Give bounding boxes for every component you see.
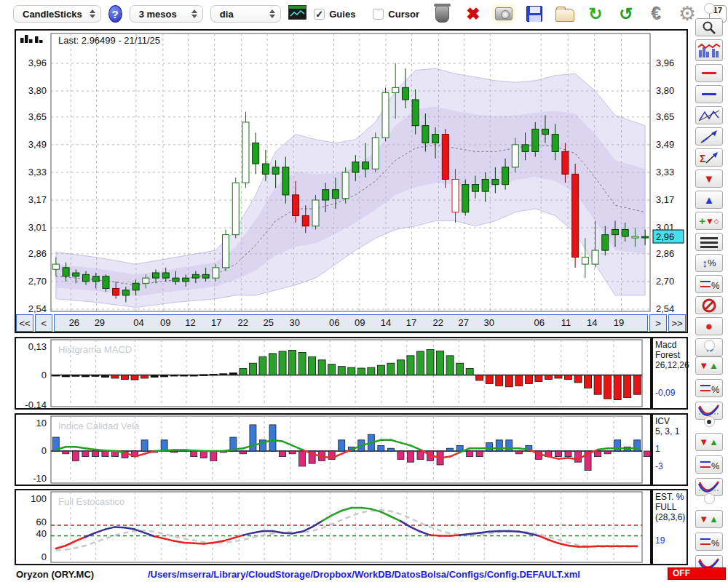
- svg-text:3,33: 3,33: [28, 167, 47, 178]
- off-toggle-button[interactable]: OFF: [668, 567, 726, 580]
- mini-chart-window-icon[interactable]: [288, 5, 306, 23]
- macd-lines-percent-button[interactable]: %: [695, 379, 723, 397]
- svg-text:%: %: [711, 461, 719, 471]
- euro-icon[interactable]: €: [646, 4, 667, 24]
- indicator-chart-icon: [697, 41, 721, 59]
- guies-checkbox[interactable]: ✓ Guies: [314, 9, 355, 20]
- lines-percent-icon: %: [699, 278, 719, 291]
- save-icon[interactable]: [524, 4, 545, 24]
- chart-type-select[interactable]: CandleSticks: [13, 5, 101, 23]
- lines-percent-icon: %: [699, 535, 719, 549]
- macd-side-labels: Macd Forest 26,12,26 -0,09: [652, 337, 688, 410]
- svg-text:3,01: 3,01: [28, 222, 47, 233]
- buy-sell-arrows-icon: ▼▲: [699, 436, 719, 447]
- chevron-updown-icon: [269, 9, 275, 18]
- icv-lines-percent-button[interactable]: %: [695, 455, 723, 474]
- stochastic-current-value: 19: [655, 535, 684, 546]
- blue-hline-button[interactable]: [695, 85, 723, 103]
- interval-value: dia: [220, 9, 234, 20]
- date-tick-label: 27: [458, 317, 468, 328]
- stochastic-arrows-button[interactable]: ▼▲: [695, 510, 723, 528]
- camera-icon[interactable]: [494, 4, 514, 24]
- candlestick-chart[interactable]: 3,963,963,803,803,653,653,493,493,333,33…: [16, 31, 687, 314]
- macd-arrows-button[interactable]: ▼▲: [695, 356, 723, 375]
- main-chart-radio[interactable]: [704, 3, 715, 14]
- macd-histogram-chart[interactable]: Histgrama MACD0,130-0,14: [16, 338, 650, 408]
- icv-value-1: 1: [655, 444, 684, 454]
- chevron-updown-icon: [191, 9, 197, 18]
- trash-icon[interactable]: [432, 4, 453, 24]
- svg-text:3,80: 3,80: [28, 85, 47, 96]
- interval-select[interactable]: dia: [210, 5, 281, 23]
- scroll-fast-fwd-button[interactable]: >>: [668, 314, 686, 332]
- levels-list-button[interactable]: [695, 233, 723, 251]
- period-select[interactable]: 3 mesos: [130, 5, 203, 23]
- svg-text:2,70: 2,70: [28, 276, 47, 287]
- zigzag-button[interactable]: [695, 106, 723, 124]
- date-tick-label: 04: [133, 317, 143, 328]
- macd-radio[interactable]: [704, 340, 715, 351]
- svg-text:Last: 2.96499 - 21/11/25: Last: 2.96499 - 21/11/25: [58, 35, 160, 46]
- svg-text:3,49: 3,49: [656, 139, 674, 150]
- scroll-strip[interactable]: 2629040912172225300609141722273006111419: [54, 314, 648, 332]
- record-button[interactable]: ●: [695, 317, 723, 335]
- date-tick-label: 06: [329, 317, 339, 328]
- svg-text:100: 100: [31, 493, 47, 504]
- svg-text:Σ: Σ: [700, 153, 705, 164]
- icv-radio[interactable]: [704, 416, 715, 427]
- range-percent-button[interactable]: ↕ %: [695, 254, 723, 272]
- svg-text:3,17: 3,17: [28, 194, 47, 205]
- icv-controls: ▼▲ %: [692, 415, 727, 496]
- time-scrollbar: << < 26290409121722253006091417222730061…: [16, 314, 686, 332]
- cursor-checkbox[interactable]: Cursor: [373, 9, 419, 20]
- date-tick-label: 11: [561, 317, 571, 328]
- toolbar: CandleSticks ? 3 mesos dia ✓ Guies Curso…: [0, 0, 728, 28]
- svg-text:2,70: 2,70: [656, 276, 674, 287]
- config-path[interactable]: /Users/mserra/Library/CloudStorage/Dropb…: [0, 569, 728, 580]
- add-remove-marks-button[interactable]: + ▼ ◇: [695, 212, 723, 230]
- forbid-button[interactable]: [695, 296, 723, 314]
- svg-text:%: %: [711, 538, 719, 549]
- date-tick-label: 22: [238, 317, 248, 328]
- undo-icon[interactable]: ↺: [616, 4, 636, 24]
- lines-percent-button[interactable]: %: [695, 275, 723, 293]
- stochastic-line-chart[interactable]: Full Estocastico10060400: [16, 490, 650, 564]
- status-bar: /Users/mserra/Library/CloudStorage/Dropb…: [0, 566, 728, 582]
- svg-text:2,54: 2,54: [28, 303, 47, 314]
- svg-text:2,86: 2,86: [28, 248, 47, 259]
- drawing-tools-sidebar: Σ ▼ ▲ + ▼ ◇ ↕ % % ● ⇅: [692, 1, 727, 356]
- toolbar-icons: ✖ ↻ ↺ € ⚙ 17: [432, 4, 728, 24]
- delete-icon[interactable]: ✖: [463, 4, 483, 24]
- svg-text:3,33: 3,33: [656, 167, 674, 178]
- help-button[interactable]: ?: [108, 5, 122, 23]
- icv-arrows-button[interactable]: ▼▲: [695, 433, 723, 451]
- refresh-icon[interactable]: ↻: [585, 4, 606, 24]
- diamond-icon: ◇: [714, 218, 719, 225]
- red-hline-button[interactable]: [695, 64, 723, 82]
- svg-text:3,65: 3,65: [656, 111, 674, 122]
- date-tick-label: 30: [483, 317, 494, 328]
- open-folder-icon[interactable]: [555, 4, 575, 24]
- stochastic-lines-percent-button[interactable]: %: [695, 533, 723, 551]
- sigma-trend-button[interactable]: Σ: [695, 148, 723, 167]
- scroll-back-button[interactable]: <: [35, 314, 52, 332]
- date-tick-label: 06: [534, 317, 545, 328]
- date-tick-label: 25: [264, 317, 274, 328]
- stochastic-controls: ▼▲ %: [692, 492, 727, 573]
- stochastic-radio[interactable]: [704, 493, 715, 504]
- scroll-fwd-button[interactable]: >: [649, 314, 667, 332]
- date-tick-label: 17: [211, 317, 221, 328]
- magnifier-icon: [702, 20, 716, 35]
- trendline-button[interactable]: [695, 127, 723, 146]
- scroll-fast-back-button[interactable]: <<: [16, 314, 33, 332]
- svg-text:Histgrama MACD: Histgrama MACD: [58, 344, 132, 355]
- blue-line-icon: [702, 93, 716, 95]
- red-line-icon: [702, 72, 716, 74]
- zoom-button[interactable]: [695, 18, 723, 36]
- blue-up-arrow-button[interactable]: ▲: [695, 191, 723, 209]
- svg-text:Indice Calidad Vela: Indice Calidad Vela: [58, 420, 140, 431]
- red-down-arrow-button[interactable]: ▼: [695, 170, 723, 188]
- icv-bar-chart[interactable]: Indice Calidad Vela100-10: [16, 415, 650, 485]
- add-indicator-button[interactable]: [695, 39, 723, 61]
- svg-text:0: 0: [41, 445, 47, 456]
